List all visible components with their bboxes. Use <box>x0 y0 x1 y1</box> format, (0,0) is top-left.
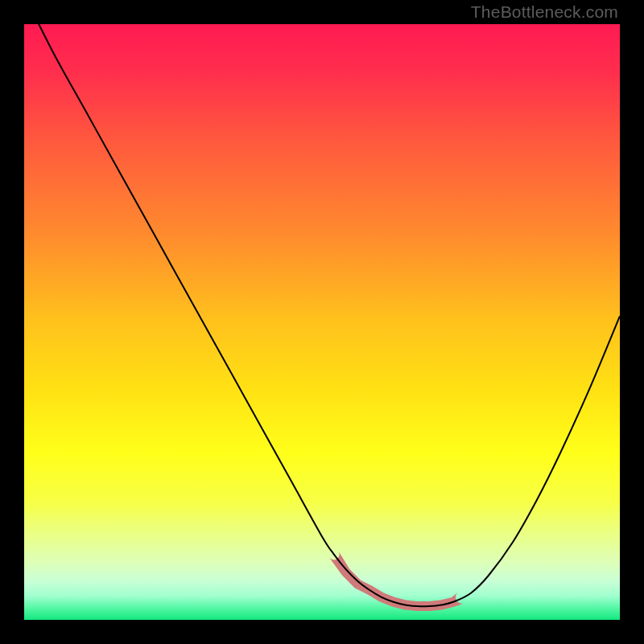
plot-area <box>24 24 620 620</box>
frame-bottom <box>0 620 644 644</box>
bottleneck-curve-line <box>24 0 620 606</box>
frame-left <box>0 0 24 644</box>
watermark-text: TheBottleneck.com <box>471 2 618 22</box>
chart-svg <box>24 24 620 620</box>
flat-region-markers <box>329 551 465 611</box>
frame-right <box>620 0 644 644</box>
